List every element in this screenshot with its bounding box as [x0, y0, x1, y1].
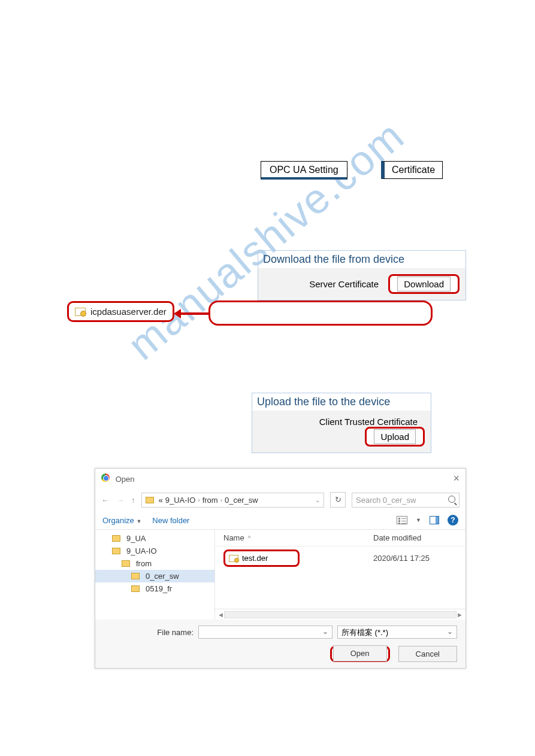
sort-icon: ^ — [248, 535, 251, 542]
certificate-file-icon — [75, 308, 86, 316]
download-button[interactable]: Download — [397, 277, 451, 292]
folder-icon — [122, 560, 130, 567]
tree-item[interactable]: 9_UA — [95, 532, 214, 545]
new-folder-button[interactable]: New folder — [152, 516, 189, 525]
tree-item[interactable]: 0519_fr — [95, 582, 214, 595]
help-icon[interactable]: ? — [448, 515, 458, 526]
nav-up-icon[interactable]: ↑ — [131, 496, 135, 505]
search-input[interactable]: Search 0_cer_sw — [352, 493, 460, 508]
download-panel-title: Download the file from device — [258, 251, 466, 268]
downloaded-file-chip[interactable]: icpdasuaserver.der — [67, 301, 174, 322]
file-name-label: File name: — [104, 628, 194, 637]
arrow-icon — [180, 312, 210, 315]
view-dropdown-icon[interactable]: ▼ — [416, 517, 421, 523]
file-type-select[interactable]: 所有檔案 (*.*) — [337, 626, 457, 639]
tree-item-label: from — [136, 559, 152, 568]
column-header-date[interactable]: Date modified — [373, 533, 457, 542]
path-part-1[interactable]: from — [202, 496, 218, 505]
upload-panel-title: Upload the file to the device — [252, 393, 431, 411]
server-certificate-label: Server Certificate — [309, 279, 379, 289]
upload-button-highlight: Upload — [365, 427, 425, 447]
chevron-right-icon: › — [220, 497, 222, 503]
dialog-title: Open — [101, 473, 134, 484]
opc-ua-setting-button[interactable]: OPC UA Setting — [261, 161, 347, 180]
scroll-right-icon[interactable]: ► — [457, 611, 463, 618]
downloaded-file-name: icpdasuaserver.der — [90, 306, 167, 317]
organize-menu[interactable]: Organize ▼ — [102, 516, 141, 525]
tree-item-label: 0_cer_sw — [146, 572, 179, 581]
folder-icon — [112, 535, 120, 542]
folder-icon — [131, 585, 140, 592]
certificate-file-icon — [229, 555, 238, 562]
open-button[interactable]: Open — [333, 645, 387, 661]
folder-icon — [131, 573, 140, 579]
nav-forward-icon[interactable]: → — [116, 496, 124, 505]
file-open-dialog: Open × ← → ↑ « 9_UA-IO › from › 0_cer_sw… — [95, 468, 466, 669]
view-options-icon[interactable] — [397, 516, 407, 524]
refresh-icon[interactable]: ↻ — [330, 492, 346, 508]
tree-item-label: 9_UA-IO — [126, 546, 157, 555]
file-list-pane: Name^ Date modified test.der 2020/6/11 1… — [215, 530, 466, 620]
file-name-input[interactable] — [198, 626, 333, 639]
cancel-button[interactable]: Cancel — [398, 646, 457, 662]
download-destination-box — [208, 300, 433, 326]
path-prefix: « — [159, 496, 163, 505]
tree-item[interactable]: 9_UA-IO — [95, 545, 214, 557]
chevron-right-icon: › — [198, 497, 200, 503]
file-row[interactable]: test.der 2020/6/11 17:25 — [215, 546, 466, 570]
horizontal-scrollbar[interactable]: ◄ ► — [215, 609, 466, 620]
chrome-icon — [101, 473, 110, 482]
dialog-title-text: Open — [116, 475, 135, 484]
folder-icon — [112, 548, 120, 554]
file-name: test.der — [242, 554, 268, 563]
tree-item-selected[interactable]: 0_cer_sw — [95, 570, 214, 582]
folder-tree: 9_UA 9_UA-IO from 0_cer_sw 0519_fr — [95, 530, 215, 620]
nav-back-icon[interactable]: ← — [101, 496, 109, 505]
preview-pane-icon[interactable] — [430, 516, 439, 524]
close-icon[interactable]: × — [453, 472, 460, 485]
download-button-highlight: Download — [388, 274, 460, 294]
column-header-name[interactable]: Name^ — [223, 533, 373, 542]
file-highlight: test.der — [223, 549, 300, 567]
watermark-text: manualshive.com — [119, 178, 457, 516]
path-part-0[interactable]: 9_UA-IO — [165, 496, 196, 505]
path-part-2[interactable]: 0_cer_sw — [225, 496, 258, 505]
certificate-button[interactable]: Certificate — [381, 161, 443, 179]
upload-button[interactable]: Upload — [374, 429, 416, 444]
download-panel: Download the file from device Server Cer… — [258, 250, 466, 300]
search-placeholder: Search 0_cer_sw — [356, 496, 416, 505]
scroll-left-icon[interactable]: ◄ — [217, 611, 224, 618]
tree-item-label: 9_UA — [126, 534, 146, 543]
tree-item-label: 0519_fr — [146, 584, 172, 593]
search-icon — [448, 496, 455, 503]
folder-icon — [146, 497, 154, 503]
breadcrumb-path[interactable]: « 9_UA-IO › from › 0_cer_sw ⌄ — [141, 493, 325, 508]
chevron-down-icon[interactable]: ⌄ — [315, 497, 320, 503]
client-trusted-certificate-label: Client Trusted Certificate — [319, 417, 418, 427]
open-button-highlight: Open — [330, 646, 390, 662]
upload-panel: Upload the file to the device Client Tru… — [252, 393, 431, 453]
tree-item[interactable]: from — [95, 557, 214, 570]
file-date: 2020/6/11 17:25 — [373, 554, 457, 563]
